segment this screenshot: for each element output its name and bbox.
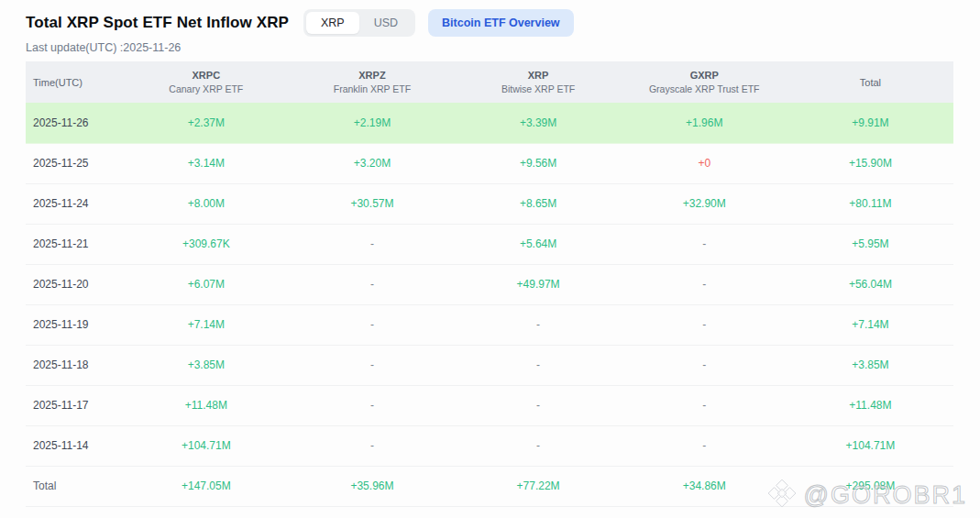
- date-cell: 2025-11-14: [26, 425, 123, 466]
- table-row: 2025-11-24 +8.00M +30.57M +8.65M +32.90M…: [26, 183, 953, 224]
- table-body: 2025-11-26 +2.37M +2.19M +3.39M +1.96M +…: [26, 103, 953, 506]
- value-cell: +7.14M: [123, 304, 289, 345]
- value-cell: +9.91M: [787, 103, 953, 143]
- value-cell: -: [622, 264, 787, 304]
- toggle-option-xrp[interactable]: XRP: [306, 12, 359, 34]
- value-cell: -: [456, 304, 622, 345]
- column-header-time: Time(UTC): [26, 61, 123, 103]
- value-cell: -: [456, 425, 622, 466]
- etf-inflow-table: Time(UTC) XRPC Canary XRP ETF XRPZ Frank…: [26, 61, 953, 507]
- currency-toggle: XRP USD: [303, 9, 415, 37]
- table-row: 2025-11-19 +7.14M - - - +7.14M: [26, 304, 953, 345]
- etf-name: Grayscale XRP Trust ETF: [622, 83, 787, 95]
- table-header: Time(UTC) XRPC Canary XRP ETF XRPZ Frank…: [26, 61, 953, 103]
- value-cell: +309.67K: [123, 224, 289, 264]
- value-cell: -: [622, 385, 787, 425]
- bitcoin-etf-overview-button[interactable]: Bitcoin ETF Overview: [428, 9, 574, 37]
- table-row: 2025-11-20 +6.07M - +49.97M - +56.04M: [26, 264, 953, 304]
- value-cell: -: [289, 264, 455, 304]
- value-cell: +3.85M: [123, 345, 289, 385]
- total-value-cell: +147.05M: [123, 466, 289, 506]
- total-value-cell: +295.08M: [787, 466, 953, 506]
- value-cell: +2.19M: [289, 103, 455, 143]
- value-cell: +104.71M: [123, 425, 289, 466]
- value-cell: +15.90M: [787, 143, 953, 183]
- last-update-label: Last update(UTC) :2025-11-26: [26, 41, 953, 54]
- value-cell: +3.39M: [456, 103, 622, 143]
- date-cell: 2025-11-17: [26, 385, 123, 425]
- column-header-xrp: XRP Bitwise XRP ETF: [456, 61, 622, 103]
- date-cell: 2025-11-21: [26, 224, 123, 264]
- value-cell: +8.65M: [456, 183, 622, 224]
- column-header-total: Total: [787, 61, 953, 103]
- value-cell: -: [289, 224, 455, 264]
- value-cell: -: [622, 345, 787, 385]
- value-cell: +32.90M: [622, 183, 787, 224]
- value-cell: +80.11M: [787, 183, 953, 224]
- value-cell: +11.48M: [123, 385, 289, 425]
- etf-name: Canary XRP ETF: [124, 83, 288, 95]
- value-cell: -: [456, 345, 622, 385]
- value-cell: +3.14M: [123, 143, 289, 183]
- total-row: Total +147.05M +35.96M +77.22M +34.86M +…: [26, 466, 953, 506]
- column-header-xrpc: XRPC Canary XRP ETF: [123, 61, 289, 103]
- etf-ticker: XRPC: [124, 69, 288, 82]
- table-row: 2025-11-14 +104.71M - - - +104.71M: [26, 425, 953, 466]
- value-cell: +104.71M: [787, 425, 953, 466]
- page-title: Total XRP Spot ETF Net Inflow XRP: [26, 14, 289, 32]
- total-value-cell: +34.86M: [622, 466, 787, 506]
- date-cell: 2025-11-26: [26, 103, 123, 143]
- value-cell: +8.00M: [123, 183, 289, 224]
- etf-name: Bitwise XRP ETF: [457, 83, 621, 95]
- table-row: 2025-11-17 +11.48M - - - +11.48M: [26, 385, 953, 425]
- value-cell: +7.14M: [787, 304, 953, 345]
- toggle-option-usd[interactable]: USD: [359, 12, 413, 34]
- date-cell: 2025-11-18: [26, 345, 123, 385]
- table-row: 2025-11-18 +3.85M - - - +3.85M: [26, 345, 953, 385]
- column-header-gxrp: GXRP Grayscale XRP Trust ETF: [622, 61, 787, 103]
- date-cell: 2025-11-20: [26, 264, 123, 304]
- value-cell: -: [289, 345, 455, 385]
- value-cell: -: [289, 385, 455, 425]
- table-row: 2025-11-21 +309.67K - +5.64M - +5.95M: [26, 224, 953, 264]
- value-cell: +5.95M: [787, 224, 953, 264]
- value-cell: +2.37M: [123, 103, 289, 143]
- total-value-cell: +77.22M: [456, 466, 622, 506]
- value-cell: -: [289, 425, 455, 466]
- total-label-cell: Total: [26, 466, 123, 506]
- etf-inflow-page: Total XRP Spot ETF Net Inflow XRP XRP US…: [0, 0, 980, 507]
- value-cell: +56.04M: [787, 264, 953, 304]
- etf-ticker: XRP: [457, 69, 621, 82]
- date-cell: 2025-11-25: [26, 143, 123, 183]
- etf-name: Franklin XRP ETF: [290, 83, 454, 95]
- total-value-cell: +35.96M: [289, 466, 455, 506]
- value-cell: +0: [622, 143, 787, 183]
- value-cell: +5.64M: [456, 224, 622, 264]
- value-cell: +3.20M: [289, 143, 455, 183]
- value-cell: +30.57M: [289, 183, 455, 224]
- value-cell: -: [622, 224, 787, 264]
- value-cell: -: [622, 304, 787, 345]
- date-cell: 2025-11-19: [26, 304, 123, 345]
- column-header-xrpz: XRPZ Franklin XRP ETF: [289, 61, 455, 103]
- value-cell: +9.56M: [456, 143, 622, 183]
- value-cell: +49.97M: [456, 264, 622, 304]
- topbar: Total XRP Spot ETF Net Inflow XRP XRP US…: [26, 9, 953, 37]
- value-cell: -: [289, 304, 455, 345]
- value-cell: +6.07M: [123, 264, 289, 304]
- value-cell: +3.85M: [787, 345, 953, 385]
- table-row: 2025-11-25 +3.14M +3.20M +9.56M +0 +15.9…: [26, 143, 953, 183]
- value-cell: +11.48M: [787, 385, 953, 425]
- table-row: 2025-11-26 +2.37M +2.19M +3.39M +1.96M +…: [26, 103, 953, 143]
- date-cell: 2025-11-24: [26, 183, 123, 224]
- etf-ticker: GXRP: [622, 69, 787, 82]
- value-cell: +1.96M: [622, 103, 787, 143]
- value-cell: -: [622, 425, 787, 466]
- etf-ticker: XRPZ: [290, 69, 454, 82]
- value-cell: -: [456, 385, 622, 425]
